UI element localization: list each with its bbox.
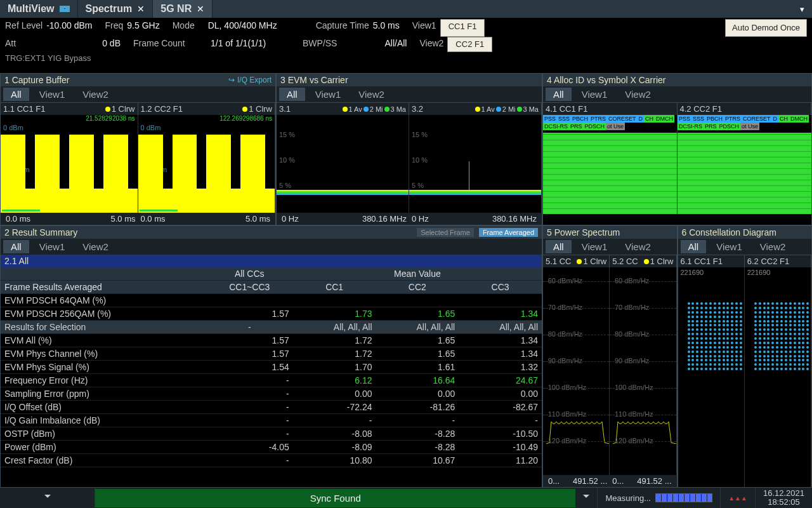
pane1-tab-view1[interactable]: View1 — [32, 88, 73, 101]
pane2-tab-view1[interactable]: View1 — [32, 240, 73, 253]
pane3-tab-view1[interactable]: View1 — [308, 88, 349, 101]
top-tab-bar: MultiView Spectrum ✕ 5G NR ✕ ▾ — [0, 0, 812, 18]
pane6-tab-view2[interactable]: View2 — [752, 240, 794, 253]
att-label: Att — [5, 37, 42, 52]
ref-level-value: -10.00 dBm — [46, 19, 92, 37]
warning-icon[interactable]: ▲▲▲ — [721, 488, 756, 508]
pane3-tab-view2[interactable]: View2 — [351, 88, 392, 101]
progress-bar-icon — [655, 493, 712, 502]
alloc-legend: PSSSSSPBCHPTRSCORESETDCHDMCHDCSI-RSPRSPD… — [678, 115, 811, 130]
pane4-tab-view1[interactable]: View1 — [574, 88, 615, 101]
pane-capture-buffer: 1 Capture Buffer ↪ I/Q Export All View1 … — [0, 73, 276, 225]
view2-label: View2 — [419, 37, 443, 52]
evm-plot-1[interactable]: 15 % 10 % 5 % — [277, 115, 409, 213]
auto-demod-button[interactable]: Auto Demod Once — [725, 19, 807, 37]
capture-time-label: Capture Time — [316, 19, 369, 37]
view1-label: View1 — [412, 19, 436, 37]
pane1-sub2: 1.2 CC2 F1 — [141, 104, 183, 114]
pane2-subtitle: 2.1 All — [1, 255, 542, 267]
multiview-grid-icon — [60, 6, 70, 12]
spectrum-plot-1[interactable]: -60 dBm/Hz-70 dBm/Hz-80 dBm/Hz-90 dBm/Hz… — [543, 267, 610, 475]
pane2-tab-all[interactable]: All — [3, 240, 29, 253]
evm-plot-2[interactable]: 15 % 10 % 5 % — [409, 115, 542, 213]
tab-overflow-button[interactable]: ▾ — [792, 4, 812, 14]
bwp-value: All/All — [341, 37, 407, 52]
capture-plot-1[interactable]: 21.528292038 ns 0 dBm -50 dBm — [1, 115, 138, 213]
freq-value: 9.5 GHz — [127, 19, 159, 37]
pane3-tab-all[interactable]: All — [279, 88, 305, 101]
mode-value: DL, 400/400 MHz — [208, 19, 303, 37]
tab-spectrum-label: Spectrum — [86, 3, 133, 15]
pane4-tab-view2[interactable]: View2 — [617, 88, 658, 101]
view1-selector[interactable]: CC1 F1 — [440, 19, 485, 37]
pane-power-spectrum: 5 Power Spectrum All View1 View2 5.1 CC1… — [542, 225, 678, 488]
pane-result-summary: 2 Result Summary Selected Frame Frame Av… — [0, 225, 542, 488]
pane4-tab-all[interactable]: All — [546, 88, 572, 101]
tab-multiview-label: MultiView — [8, 3, 55, 15]
pane4-sub1: 4.1 CC1 F1 — [546, 104, 587, 114]
pane5-tab-view2[interactable]: View2 — [617, 240, 658, 253]
freq-label: Freq — [105, 19, 124, 37]
mode-label: Mode — [173, 19, 204, 37]
pane6-tab-all[interactable]: All — [681, 240, 707, 253]
tab-spectrum[interactable]: Spectrum ✕ — [78, 0, 154, 18]
pane5-tab-all[interactable]: All — [546, 240, 572, 253]
tab-5gnr-label: 5G NR — [160, 3, 192, 15]
pane4-title: 4 Alloc ID vs Symbol X Carrier — [547, 75, 666, 85]
pane5-tab-view1[interactable]: View1 — [574, 240, 615, 253]
status-bar: Sync Found Measuring... ▲▲▲ 16.12.2021 1… — [0, 488, 812, 508]
result-table: All CCsMean Value Frame Results Averaged… — [1, 267, 542, 467]
status-dropdown[interactable] — [0, 488, 95, 508]
alloc-legend: PSSSSSPBCHPTRSCORESETDCHDMCHDCSI-RSPRSPD… — [543, 115, 677, 130]
status-expand[interactable] — [575, 488, 598, 508]
capture-plot-2[interactable]: 122.269298686 ns 0 dBm -50 dBm — [138, 115, 276, 213]
pane6-tab-view1[interactable]: View1 — [709, 240, 750, 253]
close-icon[interactable]: ✕ — [137, 4, 145, 14]
pane1-title: 1 Capture Buffer — [4, 75, 69, 85]
constellation-plot-1[interactable]: 221690 — [678, 267, 745, 487]
pane4-sub2: 4.2 CC2 F1 — [680, 104, 722, 114]
pane6-title: 6 Constellation Diagram — [682, 227, 776, 237]
pane3-title: 3 EVM vs Carrier — [280, 75, 348, 85]
pane-evm-carrier: 3 EVM vs Carrier All View1 View2 3.11 Av… — [276, 73, 542, 225]
iq-export-button[interactable]: ↪ I/Q Export — [228, 76, 272, 84]
view2-selector[interactable]: CC2 F1 — [447, 37, 492, 52]
measuring-status: Measuring... — [598, 488, 721, 508]
pane1-tab-view2[interactable]: View2 — [75, 88, 116, 101]
pane1-sub1: 1.1 CC1 F1 — [3, 104, 45, 114]
spectrum-plot-2[interactable]: -60 dBm/Hz-70 dBm/Hz-80 dBm/Hz-90 dBm/Hz… — [610, 267, 676, 475]
constellation-plot-2[interactable]: 221690 — [745, 267, 811, 487]
pane2-title: 2 Result Summary — [4, 227, 77, 237]
alloc-plot-1[interactable]: PSSSSSPBCHPTRSCORESETDCHDMCHDCSI-RSPRSPD… — [543, 115, 678, 214]
ref-level-label: Ref Level — [5, 19, 43, 37]
selected-frame-badge[interactable]: Selected Frame — [417, 228, 474, 237]
close-icon[interactable]: ✕ — [197, 4, 204, 14]
pane-constellation: 6 Constellation Diagram All View1 View2 … — [678, 225, 813, 488]
pane5-title: 5 Power Spectrum — [547, 227, 620, 237]
clock: 16.12.2021 18:52:05 — [756, 489, 812, 507]
parameter-panel: Ref Level -10.00 dBm Freq 9.5 GHz Mode D… — [0, 18, 812, 53]
tab-5gnr[interactable]: 5G NR ✕ — [153, 0, 213, 18]
trigger-status: TRG:EXT1 YIG Bypass — [0, 53, 812, 63]
bwp-label: BWP/SS — [303, 37, 337, 52]
frame-count-value: 1/1 of 1/1(1/1) — [211, 37, 290, 52]
att-value: 0 dB — [46, 37, 121, 52]
pane2-tab-view2[interactable]: View2 — [75, 240, 116, 253]
frame-averaged-badge[interactable]: Frame Averaged — [479, 228, 538, 237]
tab-multiview[interactable]: MultiView — [0, 0, 78, 18]
pane-alloc-id: 4 Alloc ID vs Symbol X Carrier All View1… — [542, 73, 812, 225]
frame-count-label: Frame Count — [133, 37, 207, 52]
sync-status: Sync Found — [95, 489, 575, 507]
pane1-tab-all[interactable]: All — [3, 88, 29, 101]
alloc-plot-2[interactable]: PSSSSSPBCHPTRSCORESETDCHDMCHDCSI-RSPRSPD… — [678, 115, 811, 214]
capture-time-value: 5.0 ms — [373, 19, 400, 37]
